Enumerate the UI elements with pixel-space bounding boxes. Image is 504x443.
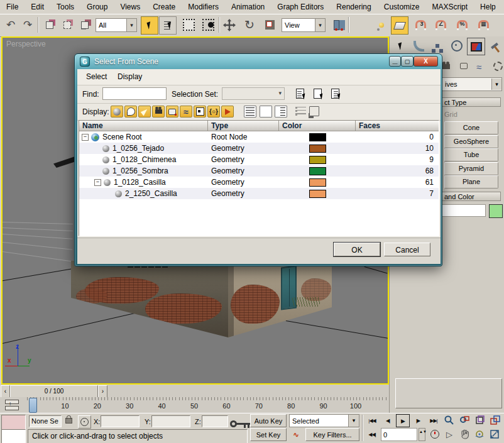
table-row[interactable]: 2_1250_CasillaGeometry7: [79, 188, 439, 199]
maxscript-listener-pane[interactable]: [1, 429, 26, 443]
tab-motion[interactable]: [448, 38, 465, 54]
zoom-extents-all-button[interactable]: [488, 414, 501, 427]
percent-snap-angle-toggle[interactable]: ∠: [432, 16, 449, 33]
display-helpers-toggle[interactable]: [166, 106, 178, 118]
menu-item-maxscript[interactable]: MAXScript: [425, 1, 474, 13]
time-slider-button[interactable]: 0 / 100: [10, 385, 98, 398]
zoom-all-button[interactable]: [457, 414, 471, 427]
trackbar-toggle-icon[interactable]: ↕: [5, 400, 19, 410]
minimize-button[interactable]: —: [389, 56, 401, 67]
tab-create[interactable]: [392, 38, 409, 54]
column-header-faces[interactable]: Faces: [356, 121, 439, 131]
select-and-manipulate-button[interactable]: [373, 16, 390, 33]
spacewarps-category-icon[interactable]: ≈: [476, 62, 481, 72]
auto-key-button[interactable]: Auto Key: [250, 414, 287, 427]
tab-modify[interactable]: [410, 38, 427, 54]
zoom-button[interactable]: [442, 414, 456, 427]
x-coordinate-field[interactable]: [101, 415, 140, 427]
spinner-down-icon[interactable]: ▼: [423, 430, 427, 434]
time-slider-next-button[interactable]: ›: [98, 385, 107, 398]
display-xrefs-toggle[interactable]: {○}: [207, 106, 220, 118]
next-frame-button[interactable]: |▶: [411, 414, 425, 427]
window-crossing-toggle[interactable]: [200, 16, 216, 33]
table-row[interactable]: −1_0128_CasillaGeometry61: [79, 177, 439, 188]
display-cameras-toggle[interactable]: [152, 106, 165, 118]
y-coordinate-field[interactable]: [151, 415, 190, 427]
cancel-button[interactable]: Cancel: [384, 243, 430, 256]
macro-recorder-pane[interactable]: [1, 415, 26, 430]
select-and-rotate-button[interactable]: ↻: [241, 16, 258, 33]
menu-item-tools[interactable]: Tools: [50, 1, 80, 13]
expander-icon[interactable]: −: [94, 179, 101, 186]
go-to-start-button[interactable]: |◀◀: [364, 414, 380, 427]
viewport-label[interactable]: Perspective: [6, 40, 46, 48]
create-pyramid-button[interactable]: Pyramid: [444, 162, 498, 175]
dialog-menu-select[interactable]: Select: [86, 72, 107, 81]
orbit-button[interactable]: [473, 428, 486, 440]
unlink-button[interactable]: [59, 16, 75, 33]
display-invert-button[interactable]: [275, 106, 287, 118]
key-mode-toggle[interactable]: ◀◀|: [364, 428, 380, 441]
tab-display[interactable]: [467, 38, 485, 55]
selection-filter-dropdown[interactable]: All ▾: [96, 18, 137, 32]
select-and-link-button[interactable]: [41, 16, 58, 33]
display-lights-toggle[interactable]: [138, 106, 151, 118]
reference-coordinate-dropdown[interactable]: View ▾: [282, 18, 326, 32]
column-header-name[interactable]: Name: [79, 121, 208, 131]
redo-button[interactable]: ↷: [19, 16, 36, 33]
menu-item-graph-editors[interactable]: Graph Editors: [271, 1, 330, 13]
edit-selection-set-button[interactable]: [328, 87, 342, 101]
object-type-rollout[interactable]: ct Type: [439, 97, 501, 107]
hierarchy-view-icon[interactable]: [295, 107, 306, 116]
table-row[interactable]: 1_0256_SombraGeometry68: [79, 165, 439, 177]
menu-item-customize[interactable]: Customize: [378, 1, 426, 13]
helpers-category-icon[interactable]: [460, 62, 468, 71]
previous-frame-button[interactable]: ◀|: [381, 414, 395, 427]
undo-button[interactable]: ↶: [3, 16, 19, 33]
object-name-field[interactable]: [439, 204, 486, 217]
column-header-color[interactable]: Color: [279, 121, 356, 131]
time-slider-handle[interactable]: [29, 398, 37, 413]
display-shapes-toggle[interactable]: [124, 106, 137, 118]
percent-snap-toggle[interactable]: %: [454, 16, 470, 33]
systems-category-icon[interactable]: [493, 62, 503, 73]
name-color-rollout[interactable]: and Color: [439, 192, 501, 201]
house-model[interactable]: [71, 261, 332, 337]
table-row[interactable]: 1_0128_ChimeneaGeometry9: [79, 154, 439, 165]
menu-item-file[interactable]: File: [0, 1, 25, 13]
cameras-category-icon[interactable]: [442, 62, 450, 71]
absolute-mode-toggle[interactable]: [78, 415, 91, 429]
menu-item-modifiers[interactable]: Modifiers: [182, 1, 225, 13]
use-pivot-point-center-button[interactable]: [328, 16, 344, 33]
dialog-title-bar[interactable]: G Select From Scene — ▢ X: [75, 54, 442, 69]
menu-item-animation[interactable]: Animation: [225, 1, 271, 13]
create-cone-button[interactable]: Cone: [444, 121, 498, 134]
display-groups-toggle[interactable]: [194, 106, 206, 118]
find-input[interactable]: [102, 87, 167, 100]
display-bones-toggle[interactable]: [221, 106, 234, 118]
time-configuration-button[interactable]: [429, 430, 441, 441]
field-of-view-button[interactable]: ▷: [442, 428, 456, 440]
layer-view-icon[interactable]: [309, 106, 319, 116]
select-and-scale-button[interactable]: [261, 16, 278, 33]
create-geosphere-button[interactable]: GeoSphere: [444, 135, 498, 148]
select-by-name-button[interactable]: [159, 16, 177, 35]
go-to-end-button[interactable]: ▶▶|: [426, 414, 441, 427]
menu-item-help[interactable]: Help: [474, 1, 502, 13]
selection-lock-toggle[interactable]: [63, 415, 74, 427]
menu-item-create[interactable]: Create: [146, 1, 182, 13]
menu-item-edit[interactable]: Edit: [25, 1, 50, 13]
maximize-button[interactable]: ▢: [401, 56, 414, 67]
z-coordinate-field[interactable]: [202, 415, 228, 427]
create-plane-button[interactable]: Plane: [444, 175, 498, 189]
play-button[interactable]: ▶: [396, 414, 410, 427]
zoom-extents-button[interactable]: [473, 414, 486, 427]
close-button[interactable]: X: [414, 56, 438, 67]
display-none-button[interactable]: [260, 106, 272, 118]
current-frame-field[interactable]: [381, 428, 417, 441]
selection-set-dropdown[interactable]: ▾: [222, 87, 285, 100]
tab-hierarchy[interactable]: [429, 38, 446, 54]
snaps-toggle-button[interactable]: [391, 16, 408, 35]
frame-spinner[interactable]: ▲▼: [419, 428, 425, 441]
table-row[interactable]: 1_0256_TejadoGeometry10: [79, 143, 439, 154]
